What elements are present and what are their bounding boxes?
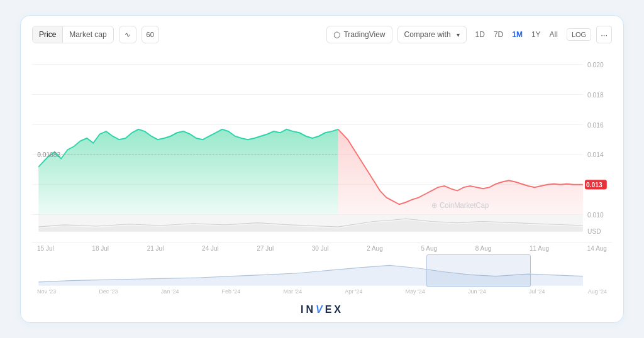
toolbar: Price Market cap ∿ 60 ⬡ TradingView Comp… [32,25,612,45]
svg-text:0.01683: 0.01683 [37,151,60,158]
svg-text:⊕ CoinMarketCap: ⊕ CoinMarketCap [431,200,489,209]
main-chart-xaxis: 15 Jul 18 Jul 21 Jul 24 Jul 27 Jul 30 Ju… [32,243,612,253]
tradingview-icon: ⬡ [333,30,340,40]
svg-text:0.020: 0.020 [587,61,604,68]
mini-x-3: Feb '24 [222,288,241,295]
chart-card: Price Market cap ∿ 60 ⬡ TradingView Comp… [20,15,624,323]
time-1y[interactable]: 1Y [528,28,545,41]
mini-x-8: Jul '24 [529,288,545,295]
time-1d[interactable]: 1D [472,28,489,41]
compare-dropdown[interactable]: Compare with ▾ [397,26,467,43]
x-label-9: 11 Aug [530,245,549,252]
svg-text:USD: USD [587,227,601,235]
mini-x-9: Aug '24 [588,288,607,295]
x-label-4: 27 Jul [257,245,274,252]
x-label-0: 15 Jul [37,245,54,252]
mini-x-0: Nov '23 [37,288,56,295]
mini-x-2: Jan '24 [161,288,179,295]
svg-text:0.016: 0.016 [587,121,604,128]
tradingview-button[interactable]: ⬡ TradingView [326,26,392,43]
market-cap-button[interactable]: Market cap [63,26,113,43]
x-label-6: 2 Aug [367,245,383,252]
time-range-group: 1D 7D 1M 1Y All [472,28,562,41]
logo-bar: INVEX [32,301,612,316]
chart-area: 0.020 0.018 0.016 0.014 0.012 0.010 USD … [32,51,612,295]
logo: INVEX [301,304,343,315]
x-label-5: 30 Jul [312,245,329,252]
price-marketcap-group[interactable]: Price Market cap [32,26,114,43]
mini-x-4: Mar '24 [283,288,302,295]
svg-text:0.014: 0.014 [587,151,604,158]
svg-text:0.010: 0.010 [587,211,604,219]
x-label-3: 24 Jul [202,245,219,252]
time-1m[interactable]: 1M [508,28,526,41]
x-label-7: 5 Aug [421,245,437,252]
main-chart-container: 0.020 0.018 0.016 0.014 0.012 0.010 USD … [32,51,612,243]
more-button[interactable]: ··· [596,26,612,43]
compare-label: Compare with [404,30,451,39]
navigator-chart[interactable] [32,254,612,287]
chevron-down-icon: ▾ [457,31,460,38]
x-label-10: 14 Aug [587,245,607,252]
tradingview-label: TradingView [343,30,385,39]
chart-type-button[interactable]: ∿ [119,26,136,43]
x-label-1: 18 Jul [92,245,109,252]
mini-x-6: May '24 [406,288,425,295]
mini-x-1: Dec '23 [99,288,118,295]
x-label-2: 21 Jul [147,245,164,252]
chart-icon: ∿ [125,31,130,39]
interval-badge: 60 [142,26,159,43]
log-button[interactable]: LOG [567,28,591,41]
navigator-xaxis: Nov '23 Dec '23 Jan '24 Feb '24 Mar '24 … [32,287,612,295]
main-chart-svg: 0.020 0.018 0.016 0.014 0.012 0.010 USD … [32,51,612,242]
time-7d[interactable]: 7D [490,28,507,41]
mini-x-5: Apr '24 [345,288,362,295]
svg-text:0.013: 0.013 [586,181,602,188]
logo-v: V [316,304,325,315]
mini-x-7: Jun '24 [468,288,486,295]
price-button[interactable]: Price [33,26,62,43]
navigator-svg [32,254,612,287]
x-label-8: 8 Aug [475,245,492,252]
time-all[interactable]: All [546,28,562,41]
svg-text:0.018: 0.018 [587,91,604,99]
